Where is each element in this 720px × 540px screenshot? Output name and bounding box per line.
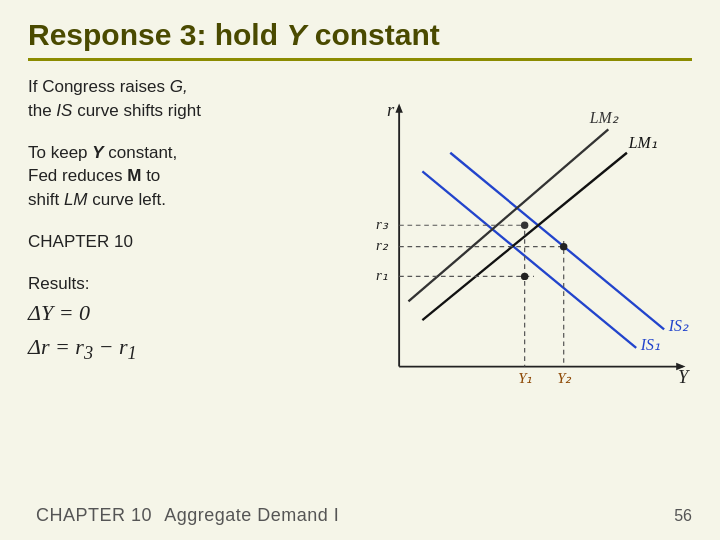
title-prefix: Response 3: hold [28, 18, 286, 51]
block1-line2-prefix: the [28, 101, 56, 120]
r2-label: r₂ [376, 237, 389, 253]
title-area: Response 3: hold Y constant [28, 18, 692, 61]
graph-panel: r Y IS₁ IS₂ LM₁ LM₂ [348, 75, 692, 435]
footer-page: 56 [674, 507, 692, 525]
block2-prefix: To keep [28, 143, 92, 162]
title-italic: Y [286, 18, 306, 51]
lm1-line [422, 153, 627, 320]
intersection-is2-lm1 [560, 243, 567, 250]
is2-label: IS₂ [668, 317, 689, 334]
left-panel: If Congress raises G, the IS curve shift… [28, 75, 338, 435]
block2-mid: constant, [104, 143, 178, 162]
y-axis-label: Y [678, 366, 690, 387]
chapter-label: CHAPTER 10 [36, 505, 152, 525]
block1-italic-is: IS [56, 101, 72, 120]
intersection-is2-lm2 [521, 222, 528, 229]
text-block-1: If Congress raises G, the IS curve shift… [28, 75, 338, 123]
y1-label: Y₁ [518, 370, 532, 386]
block2-line2-suffix: to [141, 166, 160, 185]
lm1-label: LM₁ [628, 134, 657, 151]
slide: Response 3: hold Y constant If Congress … [0, 0, 720, 540]
graph-svg: r Y IS₁ IS₂ LM₁ LM₂ [348, 75, 692, 435]
title-suffix: constant [306, 18, 439, 51]
footer: CHAPTER 10 Aggregate Demand I 56 [28, 505, 692, 526]
intersection-is1-lm1 [521, 273, 528, 280]
results-label: CHAPTER 10 [28, 232, 133, 251]
y2-label: Y₂ [557, 370, 572, 386]
block2-line3-prefix: shift [28, 190, 64, 209]
block2-line3-suffix: curve left. [88, 190, 166, 209]
slide-title: Response 3: hold Y constant [28, 18, 692, 52]
block1-line2-suffix: curve shifts right [72, 101, 201, 120]
content-area: If Congress raises G, the IS curve shift… [28, 75, 692, 435]
formula-block: Results: ΔY = 0 Δr = r3 − r1 [28, 272, 338, 364]
formula-delta-y: ΔY = 0 [28, 300, 338, 326]
is1-label: IS₁ [640, 336, 660, 353]
block2-y: Y [92, 143, 103, 162]
is2-line [450, 153, 664, 330]
formula-delta-r: Δr = r3 − r1 [28, 334, 338, 364]
results-text: Results: [28, 272, 338, 296]
lm2-label: LM₂ [589, 109, 619, 126]
block2-m: M [127, 166, 141, 185]
block2-line2-prefix: Fed reduces [28, 166, 127, 185]
block1-italic-g: G, [170, 77, 188, 96]
chapter-title: Aggregate Demand I [164, 505, 339, 525]
results-block: CHAPTER 10 [28, 230, 338, 254]
r3-label: r₃ [376, 216, 389, 232]
block1-prefix: If Congress raises [28, 77, 170, 96]
text-block-2: To keep Y constant, Fed reduces M to shi… [28, 141, 338, 212]
r1-label: r₁ [376, 267, 388, 283]
y-axis-arrow [395, 103, 402, 112]
lm2-line [408, 129, 608, 301]
footer-chapter: CHAPTER 10 Aggregate Demand I [28, 505, 339, 526]
r-axis-label: r [387, 99, 395, 120]
block2-lm: LM [64, 190, 88, 209]
